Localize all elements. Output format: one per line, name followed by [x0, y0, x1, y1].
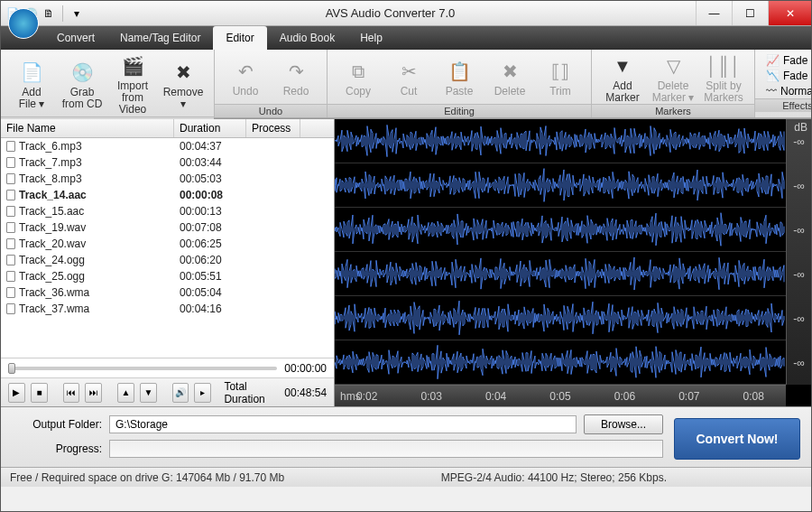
- file-row[interactable]: Track_6.mp300:04:37: [1, 138, 334, 154]
- next-button[interactable]: ⏭: [85, 383, 102, 403]
- grab-cd-button[interactable]: 💿Grabfrom CD: [60, 60, 104, 110]
- waveform-panel[interactable]: dB -∞-∞-∞-∞-∞-∞ hms 0:020:030:040:050:06…: [335, 119, 811, 406]
- add-marker-button[interactable]: ▼AddMarker: [601, 53, 644, 104]
- file-name: Track_7.mp3: [19, 156, 82, 169]
- file-row[interactable]: Track_7.mp300:03:44: [1, 154, 334, 171]
- volume-button[interactable]: 🔊: [172, 383, 189, 403]
- db-tick: -∞: [793, 135, 805, 148]
- file-name: Track_8.mp3: [19, 172, 82, 185]
- col-process[interactable]: Process: [246, 119, 300, 137]
- move-up-button[interactable]: ▲: [117, 383, 134, 403]
- ruler-unit: hms: [340, 390, 361, 403]
- trim-button[interactable]: ⟦⟧Trim: [539, 59, 582, 98]
- time-ruler[interactable]: hms 0:020:030:040:050:060:070:08: [335, 385, 786, 406]
- tab-help[interactable]: Help: [347, 26, 395, 50]
- remove-icon: ✖: [171, 60, 196, 85]
- file-row[interactable]: Track_19.wav00:07:08: [1, 219, 334, 236]
- qat-dropdown-icon[interactable]: ▾: [69, 5, 85, 22]
- button-label: Copy: [346, 86, 371, 98]
- slider-thumb[interactable]: [8, 363, 15, 374]
- file-row[interactable]: Track_24.ogg00:06:20: [1, 252, 334, 268]
- waveform-track[interactable]: [335, 208, 786, 252]
- file-row[interactable]: Track_20.wav00:06:25: [1, 236, 334, 252]
- file-duration: 00:00:08: [174, 189, 246, 201]
- waveform-track[interactable]: [335, 163, 786, 208]
- convert-button[interactable]: Convert Now!: [674, 418, 800, 460]
- fade-out-button[interactable]: 📉Fade out: [762, 69, 812, 83]
- copy-button[interactable]: ⧉Copy: [337, 59, 380, 98]
- waveform-track[interactable]: [335, 340, 786, 385]
- file-duration: 00:03:44: [174, 156, 246, 169]
- progress-label: Progress:: [12, 442, 102, 455]
- waveform-track[interactable]: [335, 296, 786, 340]
- minimize-button[interactable]: —: [696, 1, 732, 25]
- paste-button[interactable]: 📋Paste: [438, 59, 481, 98]
- button-label: Grabfrom CD: [62, 87, 103, 110]
- window-title: AVS Audio Converter 7.0: [85, 6, 696, 20]
- add-marker-icon: ▼: [610, 53, 635, 79]
- ruler-tick: 0:08: [743, 390, 764, 403]
- file-row[interactable]: Track_36.wma00:05:04: [1, 284, 334, 301]
- db-tick: -∞: [793, 312, 805, 325]
- cut-icon: ✂: [396, 59, 421, 84]
- file-row[interactable]: Track_14.aac00:00:08: [1, 187, 334, 203]
- fade-in-button[interactable]: 📈Fade in: [762, 53, 812, 68]
- play-button[interactable]: ▶: [8, 383, 25, 403]
- undo-icon: ↶: [233, 59, 258, 84]
- normalize-button[interactable]: 〰Normalize: [762, 84, 812, 98]
- position-slider[interactable]: 00:00:00: [1, 358, 334, 377]
- split-markers-button[interactable]: │║│Split byMarkers: [702, 53, 745, 104]
- col-duration[interactable]: Duration: [174, 119, 246, 137]
- import-video-button[interactable]: 🎬Importfrom Video: [111, 53, 154, 116]
- menubar: ConvertName/Tag EditorEditorAudio BookHe…: [1, 26, 811, 50]
- tab-editor[interactable]: Editor: [213, 26, 266, 50]
- file-list-header: File Name Duration Process: [1, 119, 334, 138]
- db-tick: -∞: [793, 357, 805, 369]
- volume-more[interactable]: ▸: [194, 383, 211, 403]
- qat-remove-icon[interactable]: 🗎: [41, 5, 57, 22]
- delete-button[interactable]: ✖Delete: [488, 59, 531, 98]
- effect-label: Fade out: [783, 70, 812, 82]
- grab-cd-icon: 💿: [69, 60, 95, 85]
- button-label: Undo: [233, 86, 259, 98]
- file-duration: 00:00:13: [174, 205, 246, 218]
- file-row[interactable]: Track_37.wma00:04:16: [1, 301, 334, 317]
- file-row[interactable]: Track_8.mp300:05:03: [1, 171, 334, 187]
- file-row[interactable]: Track_15.aac00:00:13: [1, 203, 334, 219]
- maximize-button[interactable]: ☐: [732, 1, 768, 25]
- add-file-button[interactable]: 📄AddFile ▾: [10, 60, 53, 110]
- ruler-tick: 0:03: [420, 390, 441, 403]
- tab-convert[interactable]: Convert: [44, 26, 107, 50]
- fade-in-icon: 📈: [766, 54, 780, 67]
- app-icon[interactable]: [8, 8, 39, 39]
- remove-button[interactable]: ✖Remove ▾: [161, 60, 205, 110]
- waveform-track[interactable]: [335, 252, 786, 296]
- file-icon: [6, 157, 15, 168]
- undo-button[interactable]: ↶Undo: [224, 59, 267, 98]
- file-row[interactable]: Track_25.ogg00:05:51: [1, 268, 334, 284]
- redo-button[interactable]: ↷Redo: [274, 59, 318, 98]
- move-down-button[interactable]: ▼: [140, 383, 157, 403]
- col-filename[interactable]: File Name: [1, 119, 174, 137]
- status-format: MPEG-2/4 Audio: 44100 Hz; Stereo; 256 Kb…: [441, 471, 667, 484]
- tab-name-tag-editor[interactable]: Name/Tag Editor: [107, 26, 213, 50]
- close-button[interactable]: ✕: [768, 1, 811, 25]
- cut-button[interactable]: ✂Cut: [387, 59, 430, 98]
- file-name: Track_14.aac: [19, 189, 87, 201]
- file-icon: [6, 303, 15, 314]
- prev-button[interactable]: ⏮: [63, 383, 80, 403]
- file-icon: [6, 238, 15, 249]
- stop-button[interactable]: ■: [31, 383, 48, 403]
- button-label: Split byMarkers: [704, 80, 743, 104]
- delete-marker-button[interactable]: ▽DeleteMarker ▾: [651, 53, 695, 104]
- group-editing: ⧉Copy✂Cut📋Paste✖Delete⟦⟧Trim Editing: [328, 50, 592, 117]
- file-list[interactable]: Track_6.mp300:04:37Track_7.mp300:03:44Tr…: [1, 138, 334, 358]
- waveform-track[interactable]: [335, 119, 786, 163]
- output-folder-input[interactable]: [109, 415, 577, 433]
- button-label: Importfrom Video: [111, 80, 154, 116]
- button-label: Remove ▾: [161, 87, 205, 110]
- progress-bar: [109, 440, 663, 458]
- tab-audio-book[interactable]: Audio Book: [267, 26, 347, 50]
- browse-button[interactable]: Browse...: [584, 414, 663, 434]
- db-scale: dB -∞-∞-∞-∞-∞-∞: [786, 119, 811, 385]
